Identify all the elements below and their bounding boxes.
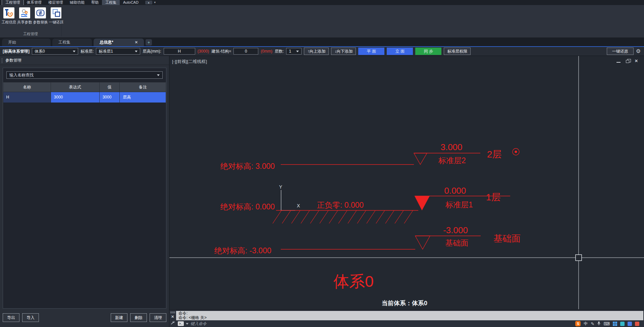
- close-icon[interactable]: ✕: [635, 59, 638, 63]
- arch-struct-input[interactable]: [233, 48, 258, 55]
- command-panel-grip[interactable]: ✕: [169, 310, 176, 327]
- level2-elevation-value: 3.000: [440, 142, 462, 152]
- floor-count-label: 层数:: [275, 49, 284, 54]
- plan-view-button[interactable]: 平 面: [358, 48, 384, 55]
- viewport-controls-label[interactable]: [-][前视][二维线框]: [172, 59, 207, 65]
- ribbon: 工程信息 共享参数: [0, 5, 644, 38]
- menu-item-help[interactable]: 帮助: [88, 0, 102, 5]
- close-icon[interactable]: ✕: [171, 315, 174, 319]
- cell-param-note[interactable]: 层高: [120, 92, 166, 103]
- tab-close-icon[interactable]: ✕: [135, 39, 138, 46]
- standard-floor-permission-button[interactable]: 标准层权限: [444, 48, 471, 55]
- floor-height-input[interactable]: [164, 48, 195, 55]
- column-header-name[interactable]: 名称: [3, 82, 51, 92]
- new-param-button[interactable]: 新建: [111, 313, 127, 322]
- command-input-placeholder[interactable]: 键入命令: [191, 321, 207, 327]
- level0-floor-label: 基础面: [493, 234, 521, 244]
- arch-struct-label: 建筑-结构=: [211, 49, 231, 54]
- params-panel-header[interactable]: 参数管理: [0, 56, 169, 65]
- grid-apps-icon[interactable]: [613, 322, 617, 326]
- new-tab-button[interactable]: +: [146, 39, 152, 46]
- command-history-line: 命令:: [178, 311, 643, 316]
- input-language-icon[interactable]: 中: [584, 321, 588, 327]
- mic-icon[interactable]: [597, 321, 600, 326]
- clean-param-button[interactable]: 清理: [150, 313, 166, 322]
- import-button[interactable]: 导入: [22, 313, 39, 322]
- params-panel-body: 输入名称查找 名称 表达式 值 备注 H: [3, 68, 166, 309]
- tab-project-set[interactable]: 工程集: [52, 39, 92, 46]
- standard-floor-value: 标准层1: [99, 49, 113, 54]
- chevron-down-icon: [296, 51, 299, 52]
- menu-item-system-manage[interactable]: 体系管理: [23, 0, 45, 5]
- param-replace-icon: [35, 7, 46, 18]
- collapse-icon: ▲: [145, 1, 152, 4]
- level0-name: 基础面: [445, 239, 469, 247]
- column-header-note[interactable]: 备注: [120, 82, 166, 92]
- menu-item-floor-manage[interactable]: 楼层管理: [45, 0, 66, 5]
- add-floor-up-button[interactable]: ↑向上添加: [304, 48, 329, 55]
- system-select[interactable]: 体系0: [32, 48, 78, 55]
- command-history[interactable]: 命令: 命令: <栅格 关>: [176, 311, 643, 320]
- floor-count-select[interactable]: 1: [286, 48, 302, 55]
- command-prompt-icon[interactable]: >_: [178, 321, 184, 326]
- command-input-row[interactable]: >_ 键入命令 S 中 ✎ ⌨: [176, 320, 643, 327]
- menu-item-project-set[interactable]: 工程集: [102, 0, 120, 5]
- app-tray-icon[interactable]: [635, 322, 639, 326]
- tab-general-info[interactable]: 总信息* ✕: [94, 39, 144, 46]
- sync-button[interactable]: 同 步: [415, 48, 441, 55]
- menu-item-aux-functions[interactable]: 辅助功能: [66, 0, 88, 5]
- ribbon-button-label: 工程信息: [2, 20, 16, 25]
- chevron-down-icon: [135, 51, 138, 52]
- cell-param-value[interactable]: 3000: [99, 92, 120, 103]
- drag-grip-icon: [170, 312, 175, 313]
- chevron-down-icon[interactable]: [186, 323, 189, 325]
- floor-height-hint: (3000): [198, 49, 209, 54]
- elevation-toolbar: [标高体系管理] 体系0 标准层: 标准层1 层高(mm): (3000) 建筑…: [0, 47, 644, 56]
- elevation-drawing: 绝对标高: 3.000 3.000 标准层2 2层 Y X 绝对标高: 0.0: [169, 56, 644, 310]
- command-panel: ✕ 命令: 命令: <栅格 关> >_ 键入命令: [169, 310, 644, 327]
- cell-param-name[interactable]: H: [3, 92, 51, 103]
- shared-params-button[interactable]: 共享参数: [17, 7, 32, 25]
- system-select-value: 体系0: [35, 49, 45, 54]
- restore-icon[interactable]: [626, 60, 629, 63]
- app-tray-icon[interactable]: [628, 322, 632, 326]
- arch-struct-hint: (0mm): [261, 49, 272, 54]
- project-info-button[interactable]: 工程信息: [1, 7, 16, 25]
- cell-param-expression[interactable]: 3000: [51, 92, 99, 103]
- column-header-value[interactable]: 值: [99, 82, 120, 92]
- ribbon-collapse-button[interactable]: ▲ ▼: [145, 1, 156, 4]
- standard-floor-select[interactable]: 标准层1: [96, 48, 140, 55]
- menu-item-project-manage[interactable]: 工程管理: [2, 0, 23, 5]
- menu-item-autocad[interactable]: AutoCAD: [120, 0, 142, 5]
- delete-param-button[interactable]: 删除: [130, 313, 147, 322]
- wrench-icon[interactable]: [170, 320, 175, 326]
- column-header-expression[interactable]: 表达式: [51, 82, 99, 92]
- add-floor-down-button[interactable]: ↓向下添加: [331, 48, 356, 55]
- tab-start[interactable]: 开始: [2, 39, 51, 46]
- params-panel-footer: 导出 导入 新建 删除 清理: [3, 313, 166, 322]
- panel-grip-icon: [2, 58, 3, 63]
- ribbon-button-label: 参数替换: [33, 20, 48, 25]
- app-tray-icon[interactable]: [620, 322, 625, 326]
- ribbon-button-label: 共享参数: [17, 20, 32, 25]
- params-panel-title: 参数管理: [5, 58, 21, 63]
- settings-gear-icon[interactable]: ⚙: [636, 49, 641, 54]
- one-key-restore-toolbar-button[interactable]: 一键还原: [607, 48, 634, 55]
- minimize-icon[interactable]: [616, 62, 621, 63]
- param-search-combo[interactable]: 输入名称查找: [6, 71, 163, 79]
- pen-icon[interactable]: ✎: [591, 322, 594, 326]
- menu-bar: 工程管理 体系管理 楼层管理 辅助功能 帮助 工程集 AutoCAD ▲ ▼: [0, 0, 644, 5]
- application-window: 工程管理 体系管理 楼层管理 辅助功能 帮助 工程集 AutoCAD ▲ ▼: [0, 0, 644, 327]
- param-replace-button[interactable]: 参数替换: [33, 7, 48, 25]
- drawing-canvas[interactable]: [-][前视][二维线框] ✕ 绝对标高: 3.000 3.000 标准层2 2…: [169, 56, 644, 310]
- params-panel: 参数管理 输入名称查找 名称 表达式 值 备注: [0, 56, 169, 327]
- ucs-x-label: X: [297, 203, 300, 208]
- elevation-view-button[interactable]: 立 面: [387, 48, 413, 55]
- level0-marker-triangle: [415, 236, 430, 249]
- export-button[interactable]: 导出: [3, 313, 19, 322]
- table-row[interactable]: H 3000 3000 层高: [3, 92, 166, 103]
- keyboard-icon[interactable]: ⌨: [603, 322, 610, 326]
- level1-name: 标准层1: [445, 200, 473, 209]
- zero-level-text: 正负零: 0.000: [317, 201, 364, 209]
- sogou-input-icon[interactable]: S: [575, 321, 581, 326]
